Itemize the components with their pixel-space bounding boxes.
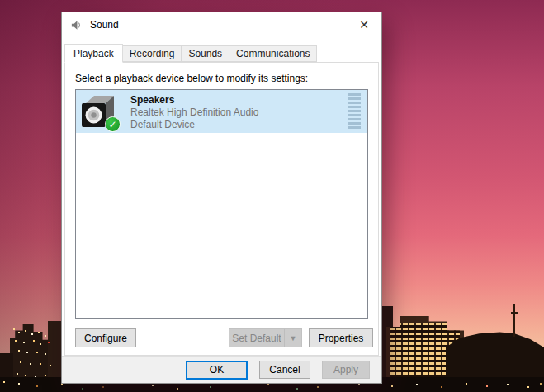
city-lights (3, 381, 5, 383)
window-title: Sound (90, 19, 119, 31)
tab-sounds[interactable]: Sounds (182, 45, 229, 62)
radio-tower (513, 304, 515, 337)
tab-playback[interactable]: Playback (64, 44, 123, 63)
device-text: Speakers Realtek High Definition Audio D… (130, 94, 258, 130)
device-status: Default Device (130, 119, 258, 130)
close-icon[interactable]: ✕ (347, 12, 381, 37)
desktop: Sound ✕ Playback Recording Sounds Commun… (0, 0, 544, 392)
set-default-button[interactable]: Set Default (229, 329, 284, 347)
playback-tab-page: Select a playback device below to modify… (64, 62, 379, 356)
default-check-icon: ✓ (105, 116, 121, 132)
level-meter-icon (348, 93, 361, 130)
titlebar[interactable]: Sound ✕ (62, 12, 381, 37)
speaker-device-icon: ✓ (81, 93, 117, 130)
dialog-footer: OK Cancel Apply (62, 356, 381, 383)
speaker-app-icon (70, 19, 83, 31)
device-name: Speakers (130, 94, 258, 106)
playback-device-list[interactable]: ✓ Speakers Realtek High Definition Audio… (75, 89, 368, 319)
cancel-button[interactable]: Cancel (259, 361, 310, 379)
sound-dialog: Sound ✕ Playback Recording Sounds Commun… (62, 12, 381, 383)
instruction-text: Select a playback device below to modify… (75, 73, 308, 84)
apply-button[interactable]: Apply (322, 361, 370, 379)
tab-recording[interactable]: Recording (123, 45, 182, 62)
building-window-lights (13, 328, 15, 330)
properties-button[interactable]: Properties (309, 328, 373, 347)
configure-button[interactable]: Configure (75, 328, 136, 347)
tab-communications[interactable]: Communications (229, 45, 317, 62)
tabstrip: Playback Recording Sounds Communications (64, 43, 379, 62)
list-item-speakers[interactable]: ✓ Speakers Realtek High Definition Audio… (76, 90, 367, 133)
device-description: Realtek High Definition Audio (130, 106, 258, 118)
set-default-split-button[interactable]: Set Default ▼ (229, 328, 302, 347)
chevron-down-icon[interactable]: ▼ (284, 329, 301, 347)
ok-button[interactable]: OK (186, 361, 248, 380)
panel-buttons: Configure Set Default ▼ Properties (65, 328, 378, 347)
